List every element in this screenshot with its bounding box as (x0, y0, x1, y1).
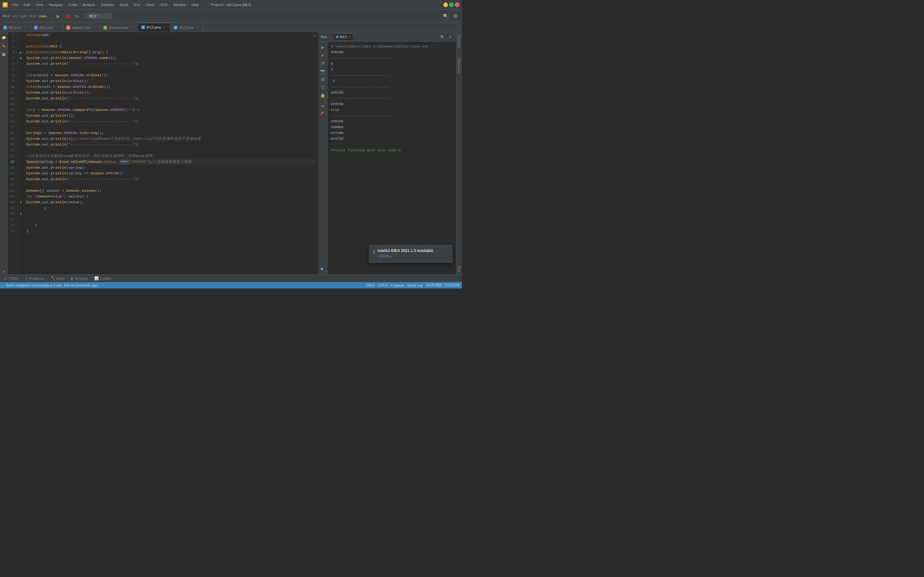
code-line-28: Season[] values = Season.values(); (26, 188, 316, 193)
tab-m10-close[interactable]: × (55, 25, 60, 30)
run-vertical-label[interactable]: Run (457, 265, 461, 273)
menu-edit[interactable]: Edit (21, 2, 32, 7)
run-filter-button[interactable]: ▽ (319, 84, 326, 91)
databases-label[interactable]: Databases (457, 57, 461, 75)
status-indent[interactable]: 4 spaces (391, 284, 404, 287)
run-stop-button[interactable]: ■ (319, 52, 326, 59)
gutter-run-3[interactable]: ▶ (18, 49, 24, 55)
run-fold-button[interactable]: ≡ (319, 102, 326, 109)
gutter-13 (18, 107, 24, 113)
left-sidebar: 📁 🔖 📚 ★ (0, 32, 8, 274)
gutter-34 (18, 228, 24, 234)
fold-icon-29[interactable]: ▼ (19, 201, 23, 204)
code-line-12: System.out.println("--------------------… (26, 95, 316, 101)
menu-refactor[interactable]: Refactor (99, 2, 117, 7)
breadcrumb-sep-3: › (27, 14, 28, 18)
favorites-icon[interactable]: ★ (1, 269, 7, 274)
bottom-tab-build[interactable]: 🔨 Build (49, 276, 65, 281)
code-line-35: } (26, 228, 316, 234)
menu-vcs[interactable]: VCS (158, 2, 170, 7)
run-output-line-16: WINTER (331, 136, 453, 142)
run-tab-close[interactable]: × (348, 35, 350, 39)
run-config-selector[interactable]: M13 ▾ (87, 13, 112, 19)
menu-navigate[interactable]: Navigate (46, 2, 65, 7)
status-encoding[interactable]: CRLF (366, 284, 375, 287)
line-6: 6 (8, 61, 16, 67)
tab-season[interactable]: E Season.java × (100, 23, 138, 32)
tab-m13[interactable]: J M13.java × (138, 23, 171, 32)
tab-m9-close[interactable]: × (23, 25, 27, 30)
line-4: 4 (8, 49, 16, 55)
menu-code[interactable]: Code (66, 2, 79, 7)
menu-window[interactable]: Window (171, 2, 188, 7)
line-29: 29 (8, 193, 16, 199)
run-screenshot-button[interactable]: 📷 (319, 68, 326, 75)
menu-file[interactable]: File (10, 2, 21, 7)
main-layout: 📁 🔖 📚 ★ 1 2 3 4 5 6 7 8 9 10 11 12 13 14… (0, 32, 462, 274)
bottom-tab-problems[interactable]: ⚠ Problems (24, 276, 45, 281)
run-panel-close[interactable]: × (447, 33, 454, 40)
notif-title: IntelliJ IDEA 2021.1.3 available (378, 248, 433, 253)
tab-m10-icon: J (34, 26, 38, 29)
project-icon[interactable]: 📁 (1, 35, 7, 40)
tab-logback-close[interactable]: × (92, 25, 97, 30)
menu-tools[interactable]: Tools (144, 2, 157, 7)
tab-m13-close[interactable]: × (162, 25, 167, 29)
status-bar: ✓ Build completed successfully in 2 sec,… (0, 282, 462, 288)
debug-button[interactable]: 🐞 (64, 12, 72, 20)
date-value: 2022/12/8 (444, 283, 459, 287)
code-line-21 (26, 147, 316, 153)
code-line-11: System.out.println(ordinal1); (26, 90, 316, 95)
run-pin-button[interactable]: 📌 (319, 110, 326, 116)
event-log-label[interactable]: Event Log (407, 284, 423, 287)
run-scrolllock-button[interactable]: 🔒 (319, 92, 326, 99)
learn-icon[interactable]: 📚 (1, 51, 7, 57)
tab-m9[interactable]: J M9.java × (0, 23, 31, 32)
structure-label[interactable]: Structure (457, 33, 461, 49)
build-label: Build (57, 277, 64, 280)
run-tab-button[interactable]: ⊞ (319, 76, 326, 83)
tab-m12[interactable]: J M12.java × (170, 23, 203, 32)
bookmark-icon[interactable]: 🔖 (1, 43, 7, 49)
run-search-icon[interactable]: 🔍 (319, 266, 326, 272)
code-line-26: System.out.println("--------------------… (26, 176, 316, 182)
status-charset[interactable]: UTF-8 (378, 284, 388, 287)
code-line-5: System.out.println(Season.SPRING.name())… (26, 55, 316, 61)
menu-run[interactable]: Run (131, 2, 143, 7)
run-restart-button[interactable]: ↺ (319, 60, 326, 67)
tab-season-close[interactable]: × (130, 25, 134, 30)
code-line-29: for (Season value : values) { (26, 193, 316, 199)
toolbar-search[interactable]: 🔍 (441, 12, 450, 20)
gutter-15 (18, 119, 24, 124)
run-config-label: M13 (89, 14, 96, 18)
fold-icon-31[interactable]: ▼ (19, 212, 23, 215)
code-editor[interactable]: ✓ package pg6; public class M13 { public… (24, 32, 318, 274)
toolbar-settings[interactable]: ⚙ (451, 12, 459, 20)
run-rerun-button[interactable]: ▶ (319, 44, 326, 51)
bottom-tab-todo[interactable]: ☑ TODO (3, 276, 20, 281)
coverage-button[interactable]: ▷ (73, 12, 82, 20)
tab-season-icon: E (103, 26, 107, 29)
line-11: 11 (8, 90, 16, 95)
tab-m9-icon: J (3, 26, 7, 29)
run-tab-m13[interactable]: M13 × (333, 33, 352, 40)
app-icon: M (3, 2, 8, 7)
code-line-13 (26, 101, 316, 107)
maximize-button[interactable]: □ (449, 3, 454, 7)
notif-update-link[interactable]: Update... (378, 253, 392, 257)
run-button[interactable]: ▶ (54, 12, 63, 20)
menu-analyze[interactable]: Analyze (80, 2, 98, 7)
tab-logback[interactable]: X logback.xml × (63, 23, 100, 32)
notif-info-icon: ℹ (373, 249, 375, 255)
tab-m10[interactable]: J M10.java × (31, 23, 63, 32)
menu-view[interactable]: View (33, 2, 46, 7)
menu-help[interactable]: Help (189, 2, 202, 7)
bottom-tab-profiler[interactable]: 📊 Profiler (93, 276, 113, 281)
tab-m12-close[interactable]: × (195, 25, 200, 30)
close-button[interactable]: × (455, 3, 459, 7)
run-panel-settings[interactable]: ⚙ (439, 33, 446, 40)
line-21: 21 (8, 147, 16, 153)
bottom-tab-terminal[interactable]: ▶ Terminal (69, 276, 89, 281)
menu-build[interactable]: Build (118, 2, 131, 7)
minimize-button[interactable]: − (443, 3, 448, 7)
